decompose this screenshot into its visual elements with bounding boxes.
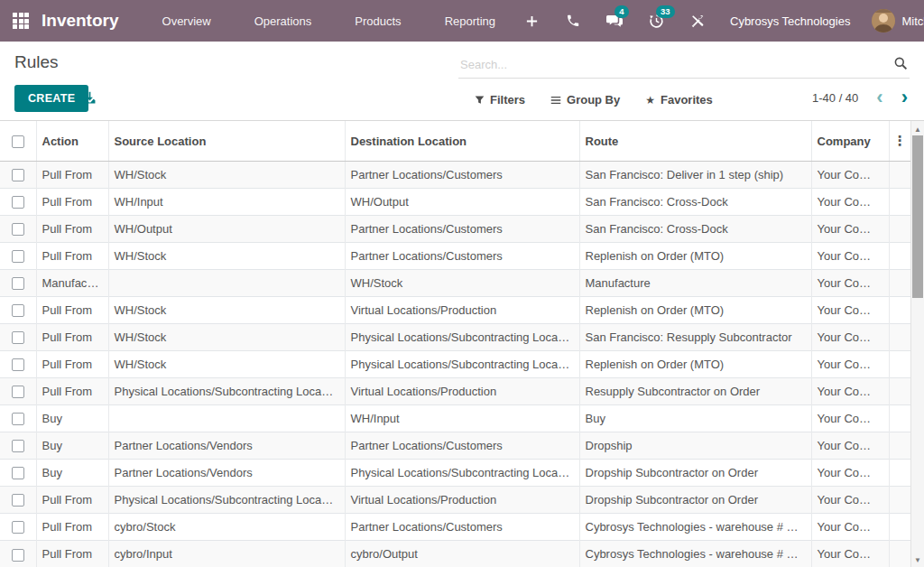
user-menu[interactable]: Mitchell Admin (872, 9, 924, 33)
messages-icon[interactable]: 4 (596, 6, 633, 35)
cell-company[interactable]: Your Company (811, 405, 889, 432)
cell-source[interactable]: WH/Stock (108, 297, 345, 324)
search-input[interactable] (458, 54, 910, 79)
pager-next-icon[interactable]: › (896, 88, 913, 107)
cell-action[interactable]: Pull From (36, 351, 108, 378)
cell-company[interactable]: Your Company (811, 514, 889, 541)
cell-destination[interactable]: Partner Locations/Customers (345, 162, 579, 189)
cell-route[interactable]: Replenish on Order (MTO) (579, 243, 811, 270)
cell-company[interactable]: Your Company (811, 460, 889, 487)
cell-route[interactable]: Dropship Subcontractor on Order (579, 487, 811, 514)
tools-icon[interactable] (679, 6, 716, 35)
cell-destination[interactable]: WH/Stock (345, 270, 579, 297)
column-header-destination[interactable]: Destination Location (345, 121, 579, 162)
row-checkbox[interactable] (12, 277, 24, 290)
cell-action[interactable]: Pull From (36, 487, 108, 514)
cell-action[interactable]: Pull From (36, 189, 108, 216)
export-download-icon[interactable] (82, 90, 97, 109)
cell-route[interactable]: San Francisco: Resupply Subcontractor (579, 324, 811, 351)
row-checkbox[interactable] (12, 358, 24, 371)
cell-action[interactable]: Pull From (36, 541, 108, 567)
cell-source[interactable]: WH/Stock (108, 162, 345, 189)
row-checkbox[interactable] (12, 549, 24, 562)
cell-source[interactable]: WH/Input (108, 189, 345, 216)
table-row[interactable]: Manufactu... WH/Stock Manufacture Your C… (0, 270, 910, 297)
row-checkbox[interactable] (12, 494, 24, 507)
search-icon[interactable] (893, 56, 908, 74)
row-checkbox[interactable] (12, 467, 24, 479)
cell-route[interactable]: Dropship Subcontractor on Order (579, 460, 811, 487)
table-row[interactable]: Buy Partner Locations/Vendors Physical L… (0, 460, 910, 487)
cell-destination[interactable]: Physical Locations/Subcontracting Locati… (345, 460, 579, 487)
cell-source[interactable]: Physical Locations/Subcontracting Locati… (108, 487, 345, 514)
cell-destination[interactable]: Partner Locations/Customers (345, 514, 579, 541)
table-row[interactable]: Pull From WH/Output Partner Locations/Cu… (0, 216, 910, 243)
table-row[interactable]: Pull From WH/Stock Physical Locations/Su… (0, 351, 910, 378)
cell-source[interactable] (108, 405, 345, 432)
column-header-route[interactable]: Route (579, 121, 811, 162)
row-checkbox[interactable] (12, 440, 24, 452)
row-checkbox[interactable] (12, 386, 24, 398)
cell-route[interactable]: Manufacture (579, 270, 811, 297)
table-row[interactable]: Pull From cybro/Input cybro/Output Cybro… (0, 541, 910, 567)
vertical-scrollbar[interactable]: ▲ ▼ (910, 121, 924, 567)
cell-action[interactable]: Buy (36, 405, 108, 432)
table-row[interactable]: Buy Partner Locations/Vendors Partner Lo… (0, 432, 910, 460)
menu-reporting[interactable]: Reporting (427, 9, 513, 33)
activities-icon[interactable]: 33 (638, 6, 674, 35)
select-all-checkbox[interactable] (12, 135, 24, 148)
cell-action[interactable]: Pull From (36, 216, 108, 243)
table-row[interactable]: Pull From Physical Locations/Subcontract… (0, 378, 910, 405)
column-header-company[interactable]: Company (811, 121, 889, 162)
create-button[interactable]: CREATE (14, 85, 88, 112)
cell-action[interactable]: Pull From (36, 297, 108, 324)
pager-previous-icon[interactable]: ‹ (871, 88, 888, 107)
cell-source[interactable]: Physical Locations/Subcontracting Locati… (108, 378, 345, 405)
table-row[interactable]: Pull From cybro/Stock Partner Locations/… (0, 514, 910, 541)
cell-destination[interactable]: Partner Locations/Customers (345, 243, 579, 270)
cell-action[interactable]: Pull From (36, 378, 108, 405)
cell-source[interactable]: cybro/Input (108, 541, 345, 567)
cell-route[interactable]: Dropship (579, 432, 811, 460)
table-row[interactable]: Pull From WH/Stock Virtual Locations/Pro… (0, 297, 910, 324)
cell-route[interactable]: San Francisco: Cross-Dock (579, 216, 811, 243)
cell-source[interactable]: Partner Locations/Vendors (108, 460, 345, 487)
cell-source[interactable]: WH/Output (108, 216, 345, 243)
cell-action[interactable]: Pull From (36, 324, 108, 351)
cell-action[interactable]: Manufactu... (36, 270, 108, 297)
cell-destination[interactable]: Partner Locations/Customers (345, 216, 579, 243)
cell-company[interactable]: Your Company (811, 541, 889, 567)
company-switcher[interactable]: Cybrosys Technologies (721, 14, 866, 28)
cell-company[interactable]: Your Company (811, 378, 889, 405)
cell-destination[interactable]: Physical Locations/Subcontracting Locati… (345, 324, 579, 351)
menu-overview[interactable]: Overview (144, 9, 229, 33)
cell-source[interactable]: cybro/Stock (108, 514, 345, 541)
cell-company[interactable]: Your Company (811, 243, 889, 270)
row-checkbox[interactable] (12, 196, 24, 209)
cell-company[interactable]: Your Company (811, 432, 889, 460)
optional-columns-icon[interactable]: ⋮ (889, 121, 910, 162)
cell-destination[interactable]: Physical Locations/Subcontracting Locati… (345, 351, 579, 378)
phone-icon[interactable] (555, 6, 591, 35)
cell-company[interactable]: Your Company (811, 270, 889, 297)
table-row[interactable]: Buy WH/Input Buy Your Company (0, 405, 910, 432)
cell-action[interactable]: Pull From (36, 162, 108, 189)
cell-destination[interactable]: WH/Input (345, 405, 579, 432)
row-checkbox[interactable] (12, 169, 24, 181)
cell-action[interactable]: Pull From (36, 514, 108, 541)
row-checkbox[interactable] (12, 413, 24, 425)
cell-company[interactable]: Your Company (811, 324, 889, 351)
column-header-source[interactable]: Source Location (108, 121, 345, 162)
cell-source[interactable] (108, 270, 345, 297)
cell-destination[interactable]: Virtual Locations/Production (345, 487, 579, 514)
filters-button[interactable]: Filters (467, 88, 533, 111)
cell-action[interactable]: Buy (36, 432, 108, 460)
favorites-button[interactable]: ★ Favorites (637, 88, 721, 111)
cell-source[interactable]: WH/Stock (108, 351, 345, 378)
cell-route[interactable]: Cybrosys Technologies - warehouse # 2: .… (579, 514, 811, 541)
table-row[interactable]: Pull From WH/Stock Physical Locations/Su… (0, 324, 910, 351)
cell-route[interactable]: San Francisco: Deliver in 1 step (ship) (579, 162, 811, 189)
column-header-action[interactable]: Action (36, 121, 108, 162)
scrollbar-thumb[interactable] (912, 135, 923, 298)
cell-route[interactable]: Replenish on Order (MTO) (579, 351, 811, 378)
